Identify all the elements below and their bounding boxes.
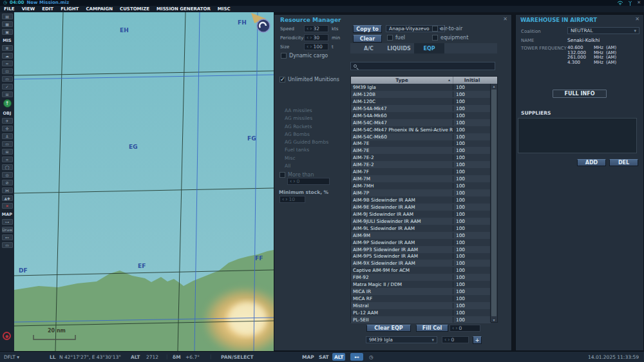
cell-initial[interactable]: 100 [453,260,491,266]
filter-misc[interactable]: Misc [285,155,349,163]
copy-to-button[interactable]: Copy to [353,25,382,33]
full-info-button[interactable]: FULL INFO [553,90,607,98]
stepper-left-icon[interactable]: ‹ [444,337,446,343]
table-scrollbar[interactable]: ▴ ▾ [490,84,497,322]
ground-crew-button[interactable]: ▭ [2,76,13,82]
table-row[interactable]: AIM-9B Sidewinder IR AAM100 [351,196,491,204]
mission-options-button[interactable]: ≣ [2,45,13,51]
stepper-right-icon[interactable]: › [293,178,295,184]
fill-value-stepper[interactable]: ‹›0 [450,325,480,332]
cell-initial[interactable]: 100 [453,99,491,104]
table-row[interactable]: Captive AIM-9M for ACM100 [351,267,491,274]
table-row[interactable]: AIM-120B100 [351,91,491,98]
cell-initial[interactable]: 100 [453,127,491,133]
periodicity-stepper[interactable]: ‹›30 [304,34,328,41]
cell-initial[interactable]: 100 [453,310,491,316]
cell-initial[interactable]: 100 [453,113,491,119]
table-row[interactable]: AIM-9P3 Sidewinder IR AAM100 [351,246,491,253]
cell-initial[interactable]: 100 [453,303,491,309]
cell-initial[interactable]: 100 [453,296,491,301]
save-mission-button[interactable]: ▣ [2,29,13,35]
table-row[interactable]: AIM-7F100 [351,168,491,175]
size-stepper[interactable]: ‹›100 [304,43,328,50]
column-initial[interactable]: Initial [453,77,491,84]
coalition-select[interactable]: NEUTRAL▾ [567,27,639,34]
trigger-zone-button[interactable]: ◯ [2,164,13,170]
scrollbar-thumb[interactable] [491,90,497,316]
table-row[interactable]: AIM-7P100 [351,189,491,196]
menu-item-mission-generator[interactable]: MISSION GENERATOR [156,6,211,12]
table-row[interactable]: AIM-7M100 [351,175,491,182]
fill-col-button[interactable]: Fill Col [416,325,448,332]
cell-initial[interactable]: 100 [453,120,491,126]
menu-item-campaign[interactable]: CAMPAIGN [86,6,113,12]
table-row[interactable]: AIM-7E-2100 [351,161,491,168]
more-than-checkbox[interactable] [279,172,285,178]
table-row[interactable]: AIM-9L Sidewinder IR AAM100 [351,225,491,232]
table-row[interactable]: AIM-54C-Mk47100 [351,119,491,126]
stepper-right-icon[interactable]: › [310,44,312,50]
add-supplier-button[interactable]: ADD [577,159,606,166]
table-row[interactable]: AIM-9P5 Sidewinder IR AAM100 [351,253,491,260]
new-mission-button[interactable]: ▤ [2,14,13,19]
tab-a-c[interactable]: A/C [354,43,384,53]
table-row[interactable]: AIM-54C-Mk60100 [351,133,491,140]
table-row[interactable]: AIM-7E100 [351,147,491,154]
stepper-left-icon[interactable]: ‹ [452,325,454,331]
measure-button[interactable]: ⊷ [2,234,13,240]
add-munition-button[interactable]: + [473,336,482,344]
table-row[interactable]: Mistral100 [351,302,491,309]
menu-item-file[interactable]: FILE [4,6,15,12]
dynamic-cargo-checkbox[interactable] [281,53,287,59]
bullseye-button[interactable]: ⊡ [2,68,13,74]
cell-initial[interactable]: 100 [453,211,491,217]
sat-layer-button[interactable]: SAT [317,353,331,361]
cell-initial[interactable]: 100 [453,240,491,245]
menu-item-customize[interactable]: CUSTOMIZE [120,6,149,12]
filter-ag-rockets[interactable]: AG Rockets [285,124,349,131]
open-mission-button[interactable]: ▦ [2,21,13,27]
clear-eqp-button[interactable]: Clear EQP [366,325,411,332]
clear-button[interactable]: Clear [353,35,382,43]
stepper-left-icon[interactable]: ‹ [282,196,284,202]
antenna-icon[interactable] [628,1,632,6]
cell-initial[interactable]: 100 [453,106,491,111]
table-row[interactable]: 9M39 Igla100 [351,84,491,91]
wind-button[interactable]: ≈ [2,61,13,66]
table-row[interactable]: Matra Magic II / DDM100 [351,281,491,288]
alt-layer-button[interactable]: ALT [332,353,345,361]
cell-initial[interactable]: 100 [453,162,491,167]
table-row[interactable]: AIM-9JULI Sidewinder IR AAM100 [351,218,491,225]
column-type[interactable]: Type ▴ [351,77,453,84]
vehicle-button[interactable]: ▭ [2,141,13,147]
min-stock-stepper[interactable]: ‹›10 [279,196,305,203]
ship-button[interactable]: ⚓ [2,133,13,139]
resource-manager-close-icon[interactable]: ✕ [503,16,507,22]
cell-initial[interactable]: 100 [453,233,491,238]
fuel-checkbox[interactable] [387,35,393,41]
stepper-right-icon[interactable]: › [310,26,312,32]
map-layer-button[interactable]: MAP [300,353,316,361]
map-key-button[interactable]: ⊶ [2,219,13,225]
cell-initial[interactable]: 100 [453,281,491,287]
static-object-button[interactable]: ⊞ [2,149,13,155]
restricted-button[interactable]: ⊘ [2,180,13,186]
table-row[interactable]: AIM-54A-Mk47100 [351,105,491,112]
stepper-left-icon[interactable]: ‹ [307,44,308,50]
stepper-left-icon[interactable]: ‹ [307,35,308,41]
measure-tool-button[interactable]: ⊷ [350,353,363,361]
draw-button[interactable]: Draw [2,227,13,233]
cell-initial[interactable]: 100 [453,267,491,273]
cell-initial[interactable]: 100 [453,274,491,280]
cell-initial[interactable]: 100 [453,84,491,90]
table-row[interactable]: MICA RF100 [351,295,491,302]
menu-item-flight[interactable]: FLIGHT [61,6,79,12]
window-close-icon[interactable]: ✕ [637,0,641,6]
spawn-button[interactable]: ↑ [3,99,12,108]
menu-item-misc[interactable]: MISC [218,6,231,12]
cell-initial[interactable]: 100 [453,183,491,189]
time-tool-button[interactable]: ◷ [367,353,375,361]
tab-liquids[interactable]: LIQUIDS [384,43,414,53]
map-canvas[interactable]: 20 nm EHFHEGFGEFFFDF [14,12,274,351]
filter-ag-missiles[interactable]: AG missiles [285,115,349,123]
